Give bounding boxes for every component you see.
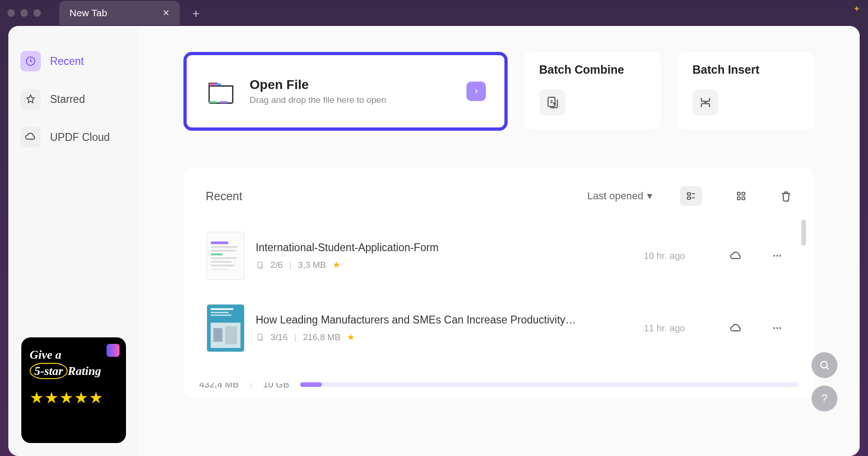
svg-rect-23 [225,326,237,344]
open-file-next-button[interactable] [466,82,486,101]
file-size: 216,8 MB [303,332,340,342]
svg-rect-3 [209,101,217,103]
action-title: Batch Combine [539,63,645,76]
file-pages: 2/6 [270,260,283,270]
cloud-status[interactable] [720,322,752,335]
insert-icon [692,89,718,115]
cloud-status[interactable] [720,249,752,262]
svg-point-28 [821,361,827,368]
open-file-text: Open File Drag and drop the file here to… [250,77,386,105]
sidebar-item-starred[interactable]: Starred [20,89,126,109]
rating-line2: 5-starRating [30,363,101,379]
minimize-light[interactable] [20,9,28,17]
maximize-light[interactable] [33,9,41,17]
clock-icon [20,51,41,71]
pages-icon [256,261,264,269]
svg-rect-18 [211,308,233,310]
chevron-down-icon: ▾ [647,190,652,202]
trash-button[interactable] [780,190,792,202]
app-icon [107,344,120,357]
svg-point-27 [780,327,781,329]
svg-rect-13 [258,262,262,267]
list-view-button[interactable] [680,186,702,206]
app-window: Recent Starred UPDF Cloud [8,26,860,456]
svg-point-16 [780,255,781,257]
svg-rect-9 [737,192,740,195]
tab-title: New Tab [69,7,107,19]
tab-bar: New Tab ✕ ＋ [59,1,861,25]
close-light[interactable] [7,9,15,17]
file-ago: 11 hr. ago [644,323,709,334]
file-thumbnail [207,304,245,352]
add-tab-button[interactable]: ＋ [183,2,208,24]
svg-point-25 [774,327,775,329]
rating-rest: Rating [68,364,101,378]
star-icon [20,89,41,109]
rating-popover[interactable]: Give a 5-starRating ★★★★★ [21,337,126,443]
svg-rect-12 [742,197,745,200]
sort-label: Last opened [587,190,643,202]
open-file-card[interactable]: Open File Drag and drop the file here to… [183,52,508,131]
title-bar: New Tab ✕ ＋ ✦ [0,0,868,26]
star-icon: ★ [333,260,340,270]
open-file-subtitle: Drag and drop the file here to open [250,95,386,105]
recent-panel: Recent Last opened ▾ [183,168,814,383]
batch-combine-card[interactable]: Batch Combine [523,52,661,131]
scrollbar-thumb[interactable] [801,220,806,246]
svg-point-15 [776,255,778,257]
svg-rect-19 [211,312,229,313]
sidebar-item-label: Recent [50,55,84,68]
svg-rect-11 [737,197,740,200]
combine-icon [539,89,565,115]
storage-progress-fill [300,382,321,387]
svg-rect-8 [687,197,691,199]
traffic-lights [7,9,41,17]
close-icon[interactable]: ✕ [163,8,170,18]
sidebar-item-recent[interactable]: Recent [20,51,126,71]
pages-icon [256,333,264,342]
help-button[interactable]: ? [811,386,837,412]
file-name: How Leading Manufacturers and SMEs Can I… [256,314,633,326]
sidebar-item-label: UPDF Cloud [50,131,110,144]
search-button[interactable] [811,352,837,378]
rating-stars[interactable]: ★★★★★ [30,388,118,407]
tab-new[interactable]: New Tab ✕ [59,1,180,25]
folder-icon [205,76,237,107]
svg-point-14 [774,255,775,257]
file-name: International-Student-Application-Form [256,241,633,254]
svg-rect-24 [258,334,262,340]
svg-point-26 [776,327,778,329]
svg-rect-20 [211,315,232,316]
action-title: Batch Insert [692,63,799,76]
svg-rect-5 [548,97,555,107]
more-button[interactable] [763,323,791,333]
sidebar-item-label: Starred [50,93,85,106]
file-pages: 3/16 [270,332,288,342]
sort-dropdown[interactable]: Last opened ▾ [587,190,652,202]
main-content: Open File Drag and drop the file here to… [138,26,860,456]
sidebar-item-cloud[interactable]: UPDF Cloud [20,127,126,147]
storage-progress [300,382,799,387]
cloud-icon [20,127,41,147]
recent-heading: Recent [206,190,578,203]
svg-rect-7 [687,193,691,195]
file-row[interactable]: How Leading Manufacturers and SMEs Can I… [197,292,800,364]
more-button[interactable] [763,251,791,261]
rating-five: 5-star [30,363,68,379]
star-icon: ★ [347,332,355,342]
file-thumbnail [207,232,245,280]
svg-rect-1 [209,83,216,85]
rating-line1: Give a [30,348,118,362]
svg-rect-10 [742,192,745,195]
svg-rect-22 [214,328,223,342]
batch-insert-card[interactable]: Batch Insert [677,52,814,131]
brand-emblem: ✦ [853,4,861,14]
open-file-title: Open File [250,77,386,92]
file-row[interactable]: International-Student-Application-Form 2… [197,220,800,292]
svg-rect-2 [216,83,221,85]
grid-view-button[interactable] [730,186,752,206]
svg-rect-4 [220,101,227,103]
file-ago: 10 hr. ago [644,251,709,261]
file-size: 3,3 MB [298,260,326,270]
